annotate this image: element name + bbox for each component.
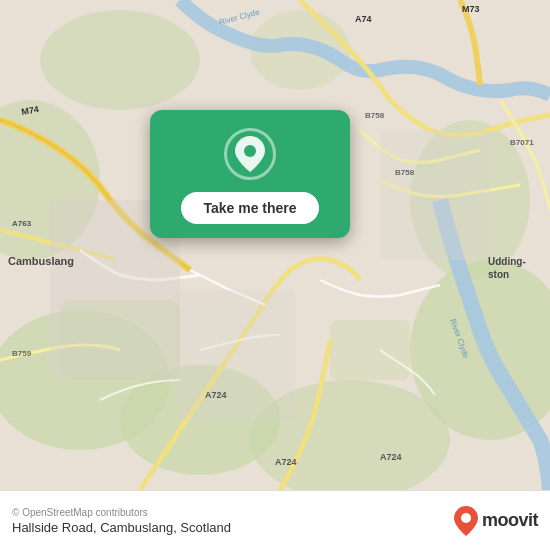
svg-point-31 <box>244 145 256 157</box>
svg-text:M73: M73 <box>462 4 480 14</box>
footer-left: © OpenStreetMap contributors Hallside Ro… <box>12 507 231 535</box>
footer: © OpenStreetMap contributors Hallside Ro… <box>0 490 550 550</box>
svg-text:Cambuslang: Cambuslang <box>8 255 74 267</box>
svg-point-7 <box>40 10 200 110</box>
map-svg: M74 A74 M73 A763 A724 A724 A724 B758 B75… <box>0 0 550 490</box>
svg-text:A724: A724 <box>205 390 227 400</box>
svg-text:B758: B758 <box>395 168 415 177</box>
osm-attribution: © OpenStreetMap contributors <box>12 507 231 518</box>
svg-text:B7071: B7071 <box>510 138 534 147</box>
svg-text:A724: A724 <box>380 452 402 462</box>
map-container: M74 A74 M73 A763 A724 A724 A724 B758 B75… <box>0 0 550 490</box>
svg-rect-12 <box>175 290 295 420</box>
take-me-there-button[interactable]: Take me there <box>181 192 318 224</box>
moovit-logo: moovit <box>454 506 538 536</box>
svg-text:A763: A763 <box>12 219 32 228</box>
moovit-brand-text: moovit <box>482 510 538 531</box>
svg-rect-10 <box>330 320 410 380</box>
svg-text:Udding-: Udding- <box>488 256 526 267</box>
map-pin-wrapper <box>224 128 276 180</box>
svg-text:ston: ston <box>488 269 509 280</box>
svg-rect-13 <box>380 130 490 260</box>
pin-icon <box>235 136 265 172</box>
popup-card: Take me there <box>150 110 350 238</box>
svg-text:A724: A724 <box>275 457 297 467</box>
svg-point-32 <box>461 513 471 523</box>
svg-text:B758: B758 <box>365 111 385 120</box>
svg-text:B759: B759 <box>12 349 32 358</box>
svg-text:A74: A74 <box>355 14 372 24</box>
moovit-pin-icon <box>454 506 478 536</box>
location-text: Hallside Road, Cambuslang, Scotland <box>12 520 231 535</box>
